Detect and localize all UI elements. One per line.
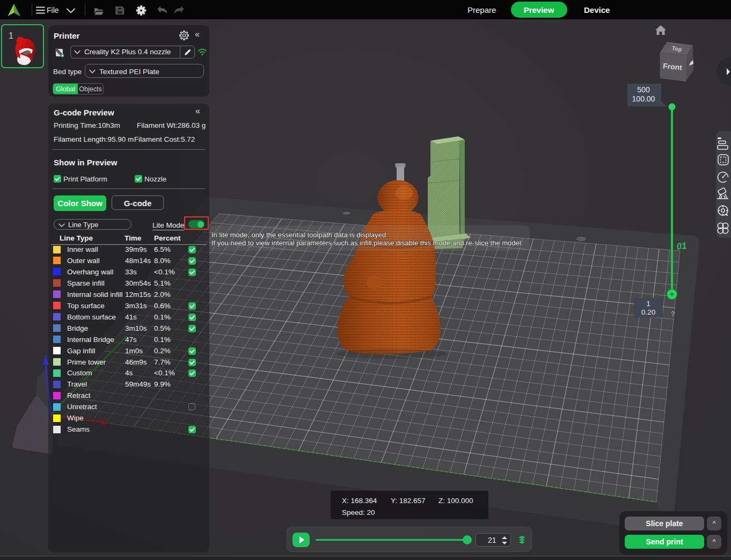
svg-text:File: File [47, 6, 59, 14]
svg-text:Preview: Preview [524, 5, 554, 14]
svg-text:In lite mode, only the essenti: In lite mode, only the essential toolpat… [211, 231, 388, 239]
svg-text:01: 01 [676, 241, 688, 252]
svg-text:Prepare: Prepare [467, 5, 496, 14]
svg-text:?: ? [671, 310, 675, 318]
svg-text:If you need to view internal p: If you need to view internal parameters … [211, 239, 523, 247]
svg-text:Front: Front [663, 61, 683, 71]
svg-text:Device: Device [584, 5, 610, 14]
svg-text:100.00: 100.00 [632, 94, 655, 103]
svg-text:0.20: 0.20 [641, 308, 655, 316]
svg-text:500: 500 [637, 85, 650, 94]
svg-text:1: 1 [646, 300, 650, 308]
